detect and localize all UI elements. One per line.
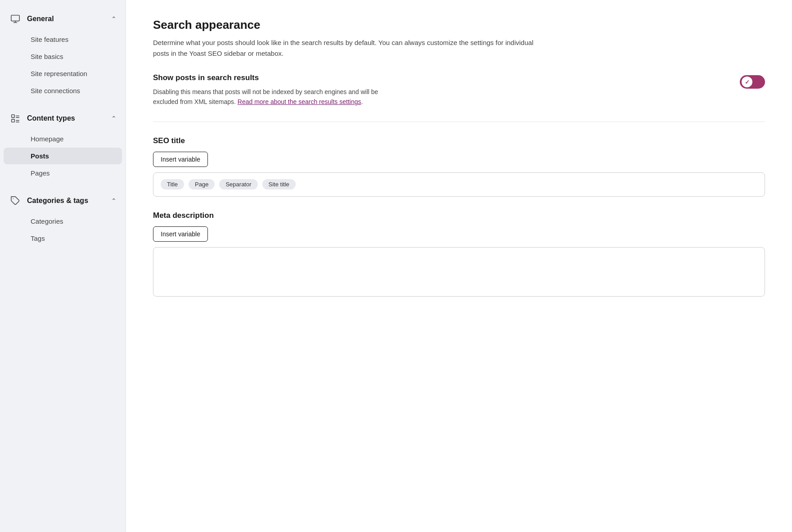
seo-tag-title[interactable]: Title <box>161 179 184 189</box>
seo-title-field[interactable]: Title Page Separator Site title <box>153 172 765 197</box>
seo-tag-site-title[interactable]: Site title <box>262 179 296 189</box>
read-more-link[interactable]: Read more about the search results setti… <box>238 98 361 105</box>
sidebar-item-site-representation[interactable]: Site representation <box>4 65 122 82</box>
link-period: . <box>361 98 363 105</box>
sidebar-section-label-general: General <box>27 15 54 23</box>
sidebar-item-site-basics[interactable]: Site basics <box>4 48 122 65</box>
show-posts-label: Show posts in search results <box>153 73 722 82</box>
sidebar-item-tags[interactable]: Tags <box>4 230 122 247</box>
show-posts-description: Disabling this means that posts will not… <box>153 87 387 107</box>
page-title: Search appearance <box>153 18 765 32</box>
sidebar-item-site-connections[interactable]: Site connections <box>4 82 122 99</box>
svg-rect-3 <box>12 115 14 117</box>
sidebar-item-homepage[interactable]: Homepage <box>4 131 122 147</box>
content-types-icon <box>9 112 22 125</box>
show-posts-toggle-row: Show posts in search results Disabling t… <box>153 73 765 107</box>
meta-description-label: Meta description <box>153 211 765 220</box>
toggle-check-icon: ✓ <box>745 79 750 86</box>
meta-description-section: Meta description Insert variable <box>153 211 765 297</box>
seo-title-insert-variable-button[interactable]: Insert variable <box>153 152 208 167</box>
sidebar-section-general[interactable]: General ⌃ <box>0 7 126 31</box>
sidebar-section-label-content-types: Content types <box>27 114 75 122</box>
categories-tags-icon <box>9 194 22 207</box>
toggle-row-left: Show posts in search results Disabling t… <box>153 73 722 107</box>
sidebar-section-content-types[interactable]: Content types ⌃ <box>0 107 126 130</box>
main-content: Search appearance Determine what your po… <box>126 0 792 532</box>
sidebar-section-content-types-items: Homepage Posts Pages <box>0 131 126 181</box>
page-description: Determine what your posts should look li… <box>153 37 540 59</box>
seo-tag-page[interactable]: Page <box>189 179 215 189</box>
chevron-up-icon-general: ⌃ <box>111 15 117 23</box>
sidebar-section-categories-tags[interactable]: Categories & tags ⌃ <box>0 189 126 212</box>
meta-description-insert-variable-button[interactable]: Insert variable <box>153 226 208 242</box>
sidebar-item-site-features[interactable]: Site features <box>4 31 122 48</box>
monitor-icon <box>9 13 22 25</box>
svg-rect-0 <box>11 15 19 21</box>
sidebar-item-categories[interactable]: Categories <box>4 213 122 230</box>
svg-rect-4 <box>12 119 14 122</box>
toggle-thumb: ✓ <box>742 77 752 87</box>
section-divider-1 <box>153 122 765 122</box>
sidebar-item-posts[interactable]: Posts <box>4 148 122 164</box>
seo-title-label: SEO title <box>153 136 765 145</box>
sidebar-section-general-items: Site features Site basics Site represent… <box>0 31 126 99</box>
show-posts-toggle[interactable]: ✓ <box>740 75 765 89</box>
sidebar-item-pages[interactable]: Pages <box>4 165 122 181</box>
seo-title-section: SEO title Insert variable Title Page Sep… <box>153 136 765 197</box>
seo-tag-separator[interactable]: Separator <box>219 179 257 189</box>
chevron-up-icon-content-types: ⌃ <box>111 115 117 122</box>
meta-description-field[interactable] <box>153 247 765 297</box>
chevron-up-icon-categories-tags: ⌃ <box>111 197 117 204</box>
sidebar-section-categories-tags-items: Categories Tags <box>0 213 126 247</box>
sidebar-section-label-categories-tags: Categories & tags <box>27 197 88 205</box>
sidebar: General ⌃ Site features Site basics Site… <box>0 0 126 532</box>
